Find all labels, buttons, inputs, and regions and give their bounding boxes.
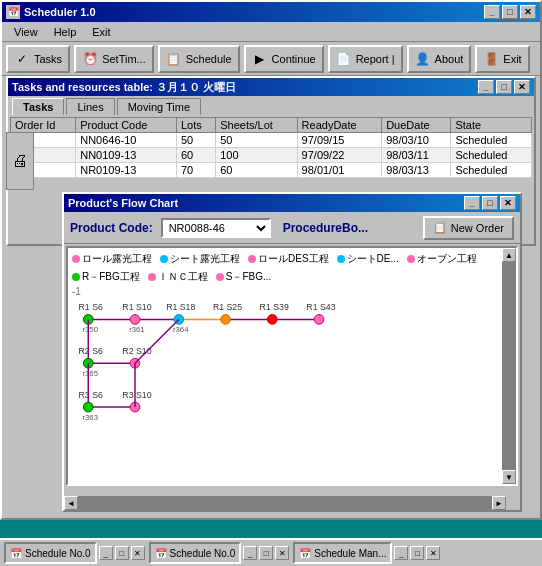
svg-text:R3 S6: R3 S6	[79, 390, 103, 400]
minimize-button[interactable]: _	[484, 5, 500, 19]
col-order-id: Order Id	[11, 118, 76, 133]
legend-item-6: R－FBG工程	[72, 270, 140, 284]
taskbar-button-3[interactable]: 📅 Schedule Man...	[293, 542, 392, 564]
tasks-window-title: Tasks and resources table: ３月１０ 火曜日	[12, 80, 236, 95]
taskbar-button-2[interactable]: 📅 Schedule No.0	[149, 542, 242, 564]
menu-view[interactable]: View	[6, 24, 46, 40]
scroll-track[interactable]	[502, 262, 516, 470]
scroll-down-button[interactable]: ▼	[502, 470, 516, 484]
menu-help[interactable]: Help	[46, 24, 85, 40]
hscroll-track[interactable]	[78, 496, 492, 510]
settime-icon: ⏰	[82, 51, 98, 67]
taskbar-close-1[interactable]: _	[99, 546, 113, 560]
flow-chart-window: Product's Flow Chart _ □ ✕ Product Code:…	[62, 192, 522, 512]
report-icon: 📄	[336, 51, 352, 67]
flow-legend: ロール露光工程 シート露光工程 ロールDES工程 シートDE...	[72, 252, 492, 297]
svg-text:r361: r361	[129, 325, 145, 334]
legend-item-2: シート露光工程	[160, 252, 240, 266]
tab-moving-time[interactable]: Moving Time	[117, 98, 201, 115]
taskbar-restore-3[interactable]: □	[410, 546, 424, 560]
svg-text:R1 S10: R1 S10	[122, 302, 151, 312]
taskbar-close-2[interactable]: _	[243, 546, 257, 560]
taskbar-x-1[interactable]: ✕	[131, 546, 145, 560]
tasks-title-controls: _ □ ✕	[478, 80, 530, 94]
legend-item-3: ロールDES工程	[248, 252, 329, 266]
flow-maximize[interactable]: □	[482, 196, 498, 210]
about-button[interactable]: 👤 About	[407, 45, 472, 73]
tasks-table-container: Order Id Product Code Lots Sheets/Lot Re…	[10, 117, 532, 178]
taskbar-icon-2: 📅	[155, 547, 167, 559]
report-button[interactable]: 📄 Report |	[328, 45, 403, 73]
taskbar-restore-2[interactable]: □	[259, 546, 273, 560]
continue-icon: ▶	[252, 51, 268, 67]
tasks-maximize[interactable]: □	[496, 80, 512, 94]
side-icon[interactable]: 🖨	[12, 152, 28, 170]
legend-dot-6	[72, 273, 80, 281]
legend-dot-8	[216, 273, 224, 281]
tasks-table: Order Id Product Code Lots Sheets/Lot Re…	[10, 117, 532, 178]
tasks-button[interactable]: ✓ Tasks	[6, 45, 70, 73]
legend-dot-4	[337, 255, 345, 263]
flow-vscroll: ▲ ▼	[502, 248, 516, 484]
maximize-button[interactable]: □	[502, 5, 518, 19]
taskbar-icon-3: 📅	[299, 547, 311, 559]
table-row[interactable]: 5NR0109-13706098/01/0198/03/13Scheduled	[11, 163, 532, 178]
table-row[interactable]: 12NN0109-136010097/09/2298/03/11Schedule…	[11, 148, 532, 163]
side-panel: 🖨	[6, 132, 34, 190]
tab-lines[interactable]: Lines	[66, 98, 114, 115]
exit-icon: 🚪	[483, 51, 499, 67]
tasks-minimize[interactable]: _	[478, 80, 494, 94]
svg-point-16	[314, 315, 324, 325]
col-lots: Lots	[176, 118, 215, 133]
continue-button[interactable]: ▶ Continue	[244, 45, 324, 73]
taskbar-item-3: 📅 Schedule Man... _ □ ✕	[293, 542, 440, 564]
svg-text:r363: r363	[82, 413, 98, 422]
product-code-label: Product Code:	[70, 221, 153, 235]
legend-dot-3	[248, 255, 256, 263]
flow-canvas: ロール露光工程 シート露光工程 ロールDES工程 シートDE...	[66, 246, 518, 486]
flow-hscroll: ◄ ►	[64, 496, 506, 510]
exit-button[interactable]: 🚪 Exit	[475, 45, 529, 73]
col-product-code: Product Code	[76, 118, 177, 133]
svg-point-12	[130, 315, 140, 325]
legend-item-8: S－FBG...	[216, 270, 272, 284]
menu-exit[interactable]: Exit	[84, 24, 118, 40]
new-order-icon: 📋	[433, 221, 447, 234]
tasks-icon: ✓	[14, 51, 30, 67]
svg-point-15	[267, 315, 277, 325]
scroll-up-button[interactable]: ▲	[502, 248, 516, 262]
tab-tasks[interactable]: Tasks	[12, 98, 64, 115]
legend-item-5: オーブン工程	[407, 252, 477, 266]
tasks-title-bar: Tasks and resources table: ３月１０ 火曜日 _ □ …	[8, 78, 534, 96]
close-button[interactable]: ✕	[520, 5, 536, 19]
svg-text:R1 S39: R1 S39	[260, 302, 289, 312]
tasks-close[interactable]: ✕	[514, 80, 530, 94]
taskbar: 📅 Schedule No.0 _ □ ✕ 📅 Schedule No.0 _ …	[0, 538, 542, 566]
legend-item-4: シートDE...	[337, 252, 399, 266]
taskbar-x-2[interactable]: ✕	[275, 546, 289, 560]
flow-minimize[interactable]: _	[464, 196, 480, 210]
svg-text:R2 S6: R2 S6	[79, 346, 103, 356]
main-window: 📅 Scheduler 1.0 _ □ ✕ View Help Exit ✓ T…	[0, 0, 542, 520]
new-order-button[interactable]: 📋 New Order	[423, 216, 514, 240]
flow-toolbar: Product Code: NR0088-46 ProcedureBo... 📋…	[64, 212, 520, 244]
svg-text:R1 S43: R1 S43	[306, 302, 335, 312]
app-icon: 📅	[6, 5, 20, 19]
hscroll-left-button[interactable]: ◄	[64, 496, 78, 510]
schedule-button[interactable]: 📋 Schedule	[158, 45, 240, 73]
flow-title-controls: _ □ ✕	[464, 196, 516, 210]
taskbar-button-1[interactable]: 📅 Schedule No.0	[4, 542, 97, 564]
table-row[interactable]: 11NN0646-10505097/09/1598/03/10Scheduled	[11, 133, 532, 148]
product-code-select[interactable]: NR0088-46	[161, 218, 271, 238]
taskbar-restore-1[interactable]: □	[115, 546, 129, 560]
flow-title-bar: Product's Flow Chart _ □ ✕	[64, 194, 520, 212]
taskbar-x-3[interactable]: ✕	[426, 546, 440, 560]
hscroll-right-button[interactable]: ►	[492, 496, 506, 510]
settime-button[interactable]: ⏰ SetTim...	[74, 45, 154, 73]
main-title-bar: 📅 Scheduler 1.0 _ □ ✕	[2, 2, 540, 22]
flow-close[interactable]: ✕	[500, 196, 516, 210]
flow-window-title: Product's Flow Chart	[68, 197, 178, 209]
legend-item-7: ＩＮＣ工程	[148, 270, 208, 284]
taskbar-close-3[interactable]: _	[394, 546, 408, 560]
toolbar: ✓ Tasks ⏰ SetTim... 📋 Schedule ▶ Continu…	[2, 42, 540, 76]
